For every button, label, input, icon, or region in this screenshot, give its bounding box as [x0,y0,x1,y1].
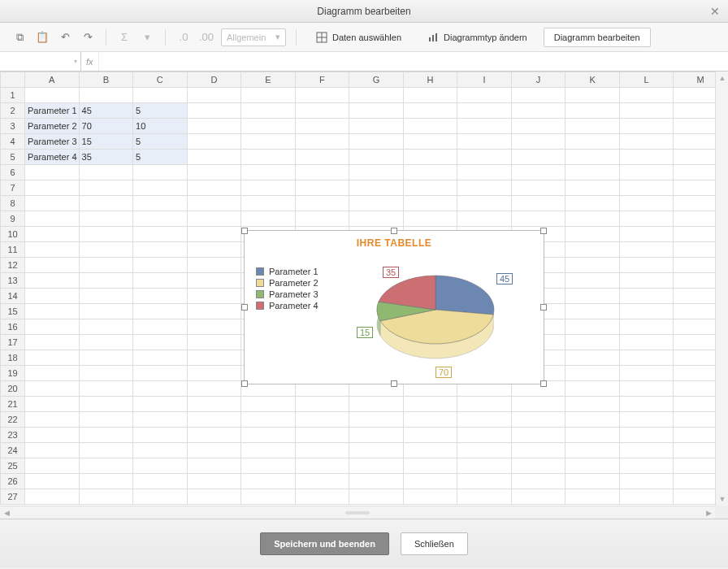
cell[interactable] [133,304,188,319]
cell[interactable] [619,366,674,381]
cell[interactable] [133,88,188,103]
cell[interactable] [566,381,620,397]
cell[interactable] [457,474,512,489]
cell[interactable] [619,227,674,242]
cell[interactable] [133,335,188,350]
cell[interactable] [403,397,457,412]
cell[interactable] [295,412,349,428]
cell[interactable] [457,428,512,443]
cell[interactable] [133,180,188,196]
cell[interactable]: Parameter 1 [25,103,80,119]
cell[interactable] [295,458,349,474]
row-header[interactable]: 1 [1,88,25,103]
cell[interactable] [511,165,566,180]
cell[interactable] [457,165,512,180]
cell[interactable] [133,319,188,335]
cell[interactable] [349,443,404,458]
cell[interactable] [187,227,241,242]
cell[interactable] [566,335,620,350]
cell[interactable] [241,458,296,474]
cell[interactable] [619,350,674,366]
row-header[interactable]: 8 [1,196,25,211]
cell[interactable] [403,119,457,134]
cell[interactable] [25,381,80,397]
cell[interactable] [79,366,133,381]
resize-handle[interactable] [241,380,248,387]
cell[interactable] [457,134,512,150]
cell[interactable] [79,211,133,227]
cell[interactable] [566,88,620,103]
cell[interactable] [25,474,80,489]
cell[interactable] [619,412,674,428]
cell[interactable] [133,489,188,505]
cell[interactable] [566,211,620,227]
cell[interactable] [511,211,566,227]
cell[interactable] [79,258,133,273]
cell[interactable] [25,319,80,335]
column-header[interactable]: G [349,72,404,88]
cell[interactable] [403,103,457,119]
cell[interactable] [133,458,188,474]
row-header[interactable]: 25 [1,458,25,474]
cell[interactable] [241,150,296,165]
row-header[interactable]: 7 [1,180,25,196]
cell[interactable]: 70 [79,119,133,134]
row-header[interactable]: 22 [1,412,25,428]
cell[interactable] [25,335,80,350]
cell[interactable] [511,489,566,505]
row-header[interactable]: 14 [1,289,25,304]
cell[interactable] [349,88,404,103]
cell[interactable] [619,211,674,227]
cell[interactable] [187,88,241,103]
cell[interactable] [619,304,674,319]
cell[interactable] [457,196,512,211]
cell[interactable] [79,165,133,180]
horizontal-scrollbar[interactable]: ◀ ▶ [0,506,715,519]
row-header[interactable]: 12 [1,258,25,273]
cell[interactable] [133,381,188,397]
cell[interactable] [187,180,241,196]
cell[interactable] [566,273,620,289]
cell[interactable] [566,350,620,366]
cell[interactable] [511,458,566,474]
cell[interactable]: Parameter 2 [25,119,80,134]
save-and-exit-button[interactable]: Speichern und beenden [260,532,389,555]
cell[interactable] [619,335,674,350]
cell[interactable] [566,150,620,165]
cell[interactable] [349,474,404,489]
cell[interactable] [619,119,674,134]
cell[interactable]: 10 [133,119,188,134]
cell[interactable] [133,227,188,242]
cell[interactable] [25,180,80,196]
cell[interactable] [241,165,296,180]
column-header[interactable]: E [241,72,296,88]
row-header[interactable]: 15 [1,304,25,319]
cell[interactable] [349,211,404,227]
cell[interactable] [133,211,188,227]
column-header[interactable]: J [511,72,566,88]
cell[interactable] [566,165,620,180]
cell[interactable] [79,474,133,489]
column-header[interactable]: L [619,72,674,88]
cell[interactable] [566,304,620,319]
cell[interactable] [187,397,241,412]
cell[interactable] [511,412,566,428]
undo-icon[interactable]: ↶ [57,29,73,46]
cell[interactable] [25,350,80,366]
cell[interactable] [187,150,241,165]
row-header[interactable]: 20 [1,381,25,397]
cell[interactable] [619,428,674,443]
cell[interactable] [457,119,512,134]
cell[interactable] [133,165,188,180]
cell[interactable] [295,443,349,458]
cell[interactable]: Parameter 3 [25,134,80,150]
cell[interactable] [566,474,620,489]
cell[interactable] [619,258,674,273]
row-header[interactable]: 19 [1,366,25,381]
cell[interactable] [349,397,404,412]
row-header[interactable]: 23 [1,428,25,443]
cell[interactable] [566,412,620,428]
cell[interactable] [457,489,512,505]
cell[interactable] [566,196,620,211]
cell[interactable] [403,150,457,165]
